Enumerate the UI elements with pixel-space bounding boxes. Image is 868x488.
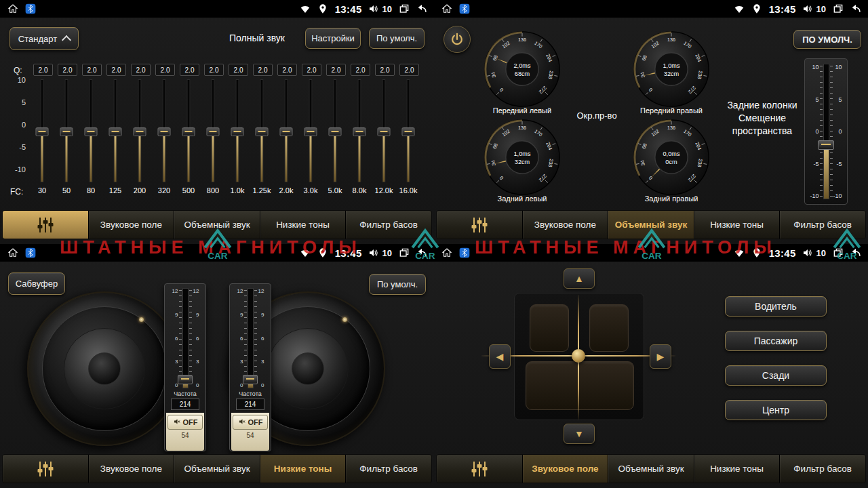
tab-low-tones[interactable]: Низкие тоны <box>260 455 346 483</box>
eq-band-slider[interactable] <box>274 79 298 182</box>
driver-button[interactable]: Водитель <box>725 296 827 317</box>
eq-slider-handle[interactable] <box>402 127 415 136</box>
delay-gauge[interactable]: 034681021361702042382721,0ms32cm <box>632 30 711 108</box>
eq-band-slider[interactable] <box>201 79 225 182</box>
eq-slider-handle[interactable] <box>231 127 244 136</box>
tab-sound-field[interactable]: Звуковое поле <box>88 455 174 483</box>
eq-slider-handle[interactable] <box>256 127 269 136</box>
eq-slider-handle[interactable] <box>304 127 317 136</box>
tab-low-tones[interactable]: Низкие тоны <box>260 211 346 239</box>
eq-band-slider[interactable] <box>347 79 372 182</box>
up-arrow-button[interactable]: ▲ <box>564 268 595 289</box>
rear-offset-slider[interactable]: 1050-5-101050-5-10 <box>804 58 848 205</box>
power-button[interactable] <box>443 26 471 53</box>
eq-slider-handle[interactable] <box>60 127 73 136</box>
sound-mode-label: Полный звук <box>229 33 285 43</box>
slider-track[interactable] <box>248 288 254 388</box>
off-button[interactable]: OFF <box>233 415 268 430</box>
tab-bass-filter[interactable]: Фильтр басов <box>779 455 865 483</box>
back-icon[interactable] <box>850 3 861 15</box>
eq-band-slider[interactable] <box>176 79 201 182</box>
subwoofer-level-slider[interactable]: 129630129630 <box>231 288 269 388</box>
recents-icon[interactable] <box>398 247 410 259</box>
tab-surround-sound[interactable]: Объемный звук <box>174 211 260 239</box>
tab-sound-field[interactable]: Звуковое поле <box>88 211 174 239</box>
default-button[interactable]: По умолч. <box>369 274 426 295</box>
tab-bass-filter[interactable]: Фильтр басов <box>345 455 431 483</box>
eq-slider-handle[interactable] <box>353 127 366 136</box>
eq-slider-handle[interactable] <box>85 127 98 136</box>
eq-band-slider[interactable] <box>79 79 103 182</box>
settings-button[interactable]: Настройки <box>305 28 361 49</box>
subwoofer-slider-handle[interactable] <box>243 375 258 384</box>
tab-equalizer[interactable] <box>3 455 88 483</box>
q-value: 2.0 <box>180 64 199 76</box>
slider-track[interactable] <box>823 64 829 199</box>
eq-slider-handle[interactable] <box>109 127 122 136</box>
location-icon <box>317 247 329 259</box>
back-icon[interactable] <box>850 247 861 259</box>
eq-band-slider[interactable] <box>225 79 250 182</box>
tab-surround-sound[interactable]: Объемный звук <box>174 455 260 483</box>
eq-slider-handle[interactable] <box>378 127 391 136</box>
left-arrow-button[interactable]: ◀ <box>489 344 511 369</box>
eq-slider-handle[interactable] <box>207 127 220 136</box>
subwoofer-title-button[interactable]: Сабвуфер <box>8 272 65 295</box>
passenger-button[interactable]: Пассажир <box>725 331 827 351</box>
home-icon[interactable] <box>7 247 18 259</box>
eq-slider-handle[interactable] <box>182 127 195 136</box>
recents-icon[interactable] <box>832 247 844 259</box>
tab-sound-field[interactable]: Звуковое поле <box>522 455 608 483</box>
eq-band-slider[interactable] <box>152 79 176 182</box>
back-icon[interactable] <box>416 3 427 15</box>
off-button[interactable]: OFF <box>167 415 203 430</box>
rear-offset-handle[interactable] <box>818 140 834 150</box>
listening-position-handle[interactable] <box>572 349 585 363</box>
eq-slider-handle[interactable] <box>36 127 49 136</box>
default-button[interactable]: ПО УМОЛЧ. <box>793 30 861 49</box>
eq-band-slider[interactable] <box>103 79 127 182</box>
tab-bass-filter[interactable]: Фильтр басов <box>779 211 865 239</box>
tab-low-tones[interactable]: Низкие тоны <box>694 211 780 239</box>
recents-icon[interactable] <box>832 3 844 15</box>
eq-band-slider[interactable] <box>127 79 152 182</box>
gauge-label: Задний левый <box>468 195 576 203</box>
delay-gauge[interactable]: 034681021361702042382721,0ms32cm <box>483 118 561 197</box>
eq-slider-handle[interactable] <box>134 127 146 136</box>
subwoofer-slider-handle[interactable] <box>178 375 193 384</box>
rear-button[interactable]: Сзади <box>725 365 827 386</box>
home-icon[interactable] <box>441 247 452 259</box>
frequency-label: 5.0k <box>323 186 347 195</box>
recents-icon[interactable] <box>398 3 410 15</box>
delay-gauge[interactable]: 034681021361702042382722,0ms68cm <box>483 30 561 108</box>
tab-equalizer[interactable] <box>437 211 522 239</box>
preset-dropdown[interactable]: Стандарт <box>9 27 79 50</box>
eq-slider-handle[interactable] <box>329 127 342 136</box>
back-icon[interactable] <box>416 247 427 259</box>
tab-surround-sound[interactable]: Объемный звук <box>608 211 694 239</box>
eq-slider-handle[interactable] <box>280 127 293 136</box>
home-icon[interactable] <box>7 3 18 15</box>
delay-gauge[interactable]: 034681021361702042382720,0ms0cm <box>632 118 711 197</box>
default-button[interactable]: По умолч. <box>369 28 425 49</box>
slider-track[interactable] <box>182 288 189 388</box>
tab-bass-filter[interactable]: Фильтр басов <box>345 211 431 239</box>
eq-band-slider[interactable] <box>396 79 420 182</box>
eq-slider-handle[interactable] <box>158 127 171 136</box>
tab-surround-sound[interactable]: Объемный звук <box>608 455 694 483</box>
eq-band-slider[interactable] <box>323 79 347 182</box>
down-arrow-button[interactable]: ▼ <box>564 424 595 444</box>
eq-band-slider[interactable] <box>298 79 323 182</box>
eq-band-slider[interactable] <box>372 79 396 182</box>
eq-band-slider[interactable] <box>250 79 274 182</box>
eq-band-slider[interactable] <box>54 79 79 182</box>
subwoofer-level-slider[interactable]: 129630129630 <box>166 288 204 388</box>
center-button[interactable]: Центр <box>725 400 827 420</box>
tab-equalizer[interactable] <box>437 455 522 483</box>
eq-band-slider[interactable] <box>30 79 54 182</box>
tab-sound-field[interactable]: Звуковое поле <box>522 211 608 239</box>
right-arrow-button[interactable]: ▶ <box>650 344 671 369</box>
tab-equalizer[interactable] <box>3 211 88 239</box>
home-icon[interactable] <box>441 3 452 15</box>
tab-low-tones[interactable]: Низкие тоны <box>694 455 780 483</box>
